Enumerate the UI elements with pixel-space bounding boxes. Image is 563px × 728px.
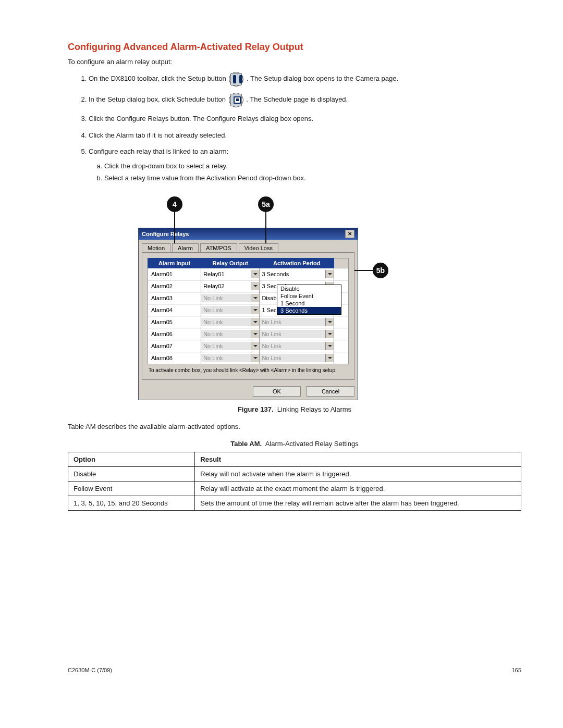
step-5a: Click the drop-down box to select a rela… bbox=[104, 161, 521, 171]
result-cell: Relay will not activate when the alarm i… bbox=[195, 466, 521, 481]
options-header-result: Result bbox=[195, 452, 521, 466]
table-row: Alarm07No LinkNo Link bbox=[148, 340, 349, 352]
alarm-input-cell: Alarm08 bbox=[148, 352, 201, 364]
dropdown-opt-1s[interactable]: 1 Second bbox=[277, 300, 341, 307]
table-row: Alarm05No LinkNo Link bbox=[148, 316, 349, 328]
table-caption: Table AM. Alarm-Activated Relay Settings bbox=[68, 440, 521, 448]
col-activation-period: Activation Period bbox=[260, 258, 334, 268]
step-2: In the Setup dialog box, click Schedule … bbox=[89, 93, 521, 107]
chevron-down-icon bbox=[251, 354, 259, 362]
page-footer: C2630M-C (7/09) 165 bbox=[68, 667, 521, 673]
figure-label: Figure 137. bbox=[238, 405, 274, 413]
step-5-text: Configure each relay that is linked to a… bbox=[89, 147, 228, 155]
activation-period-dropdown[interactable]: Disable Follow Event 1 Second 3 Seconds bbox=[277, 285, 341, 315]
option-cell: Follow Event bbox=[68, 481, 195, 496]
figure-text: Linking Relays to Alarms bbox=[277, 405, 351, 413]
configure-relays-dialog: Configure Relays ✕ Motion Alarm ATM/POS … bbox=[138, 228, 358, 400]
setup-icon-circle bbox=[229, 72, 243, 87]
dropdown-opt-3s[interactable]: 3 Seconds bbox=[277, 307, 341, 314]
tab-atmpos[interactable]: ATM/POS bbox=[200, 243, 237, 252]
tab-videoloss[interactable]: Video Loss bbox=[239, 243, 278, 252]
footer-left: C2630M-C (7/09) bbox=[68, 667, 112, 673]
tabs-row: Motion Alarm ATM/POS Video Loss bbox=[139, 240, 358, 252]
scrollbar-track[interactable] bbox=[334, 352, 349, 364]
close-icon[interactable]: ✕ bbox=[345, 230, 354, 238]
table-label: Table AM. bbox=[230, 440, 262, 448]
alarm-input-cell: Alarm06 bbox=[148, 328, 201, 340]
alarm-input-cell: Alarm02 bbox=[148, 280, 201, 292]
relay-output-cell: No Link bbox=[201, 352, 260, 364]
dropdown-opt-follow[interactable]: Follow Event bbox=[277, 292, 341, 300]
chevron-down-icon bbox=[325, 330, 334, 338]
chevron-down-icon bbox=[325, 270, 334, 278]
scrollbar-track bbox=[334, 316, 349, 328]
alarm-input-cell: Alarm05 bbox=[148, 316, 201, 328]
chevron-down-icon bbox=[251, 330, 259, 338]
alarm-input-cell: Alarm03 bbox=[148, 292, 201, 304]
chevron-down-icon bbox=[325, 318, 334, 326]
scrollbar-track bbox=[334, 340, 349, 352]
options-table: Option Result DisableRelay will not acti… bbox=[68, 452, 521, 511]
result-cell: Relay will activate at the exact moment … bbox=[195, 481, 521, 496]
alarm-input-cell: Alarm04 bbox=[148, 304, 201, 316]
schedule-icon bbox=[230, 94, 242, 106]
dialog-titlebar: Configure Relays ✕ bbox=[139, 228, 358, 240]
option-cell: 1, 3, 5, 10, 15, and 20 Seconds bbox=[68, 496, 195, 510]
table-row: Follow EventRelay will activate at the e… bbox=[68, 481, 521, 496]
dropdown-opt-disable[interactable]: Disable bbox=[277, 285, 341, 292]
activation-period-combo: No Link bbox=[260, 330, 334, 338]
tab-body: Alarm Input Relay Output Activation Peri… bbox=[142, 252, 354, 380]
scrollbar-track[interactable] bbox=[334, 268, 349, 280]
table-intro: Table AM describes the available alarm-a… bbox=[68, 423, 521, 430]
tab-motion[interactable]: Motion bbox=[142, 243, 170, 252]
figure-area: 4 5a 5b Configure Relays ✕ Motion Alarm … bbox=[138, 199, 451, 400]
dialog-hint: To activate combo box, you should link <… bbox=[148, 364, 349, 374]
relay-output-combo: No Link bbox=[201, 318, 259, 326]
setup-icon bbox=[230, 73, 242, 85]
relay-output-combo[interactable]: Relay02 bbox=[201, 282, 259, 290]
chevron-down-icon bbox=[251, 270, 259, 278]
dialog-buttons: OK Cancel bbox=[139, 383, 358, 400]
step-1-text-a: On the DX8100 toolbar, click the Setup b… bbox=[89, 75, 228, 82]
chevron-down-icon bbox=[325, 342, 334, 350]
table-row: Alarm01Relay013 Seconds bbox=[148, 268, 349, 280]
ok-button[interactable]: OK bbox=[253, 386, 301, 397]
activation-period-combo: No Link bbox=[260, 354, 334, 362]
step-4: Click the Alarm tab if it is not already… bbox=[89, 130, 521, 141]
callout-5b: 5b bbox=[373, 263, 388, 278]
cancel-button[interactable]: Cancel bbox=[307, 386, 354, 397]
relay-output-cell: No Link bbox=[201, 316, 260, 328]
chevron-down-icon bbox=[251, 306, 259, 314]
table-row: Alarm08No LinkNo Link bbox=[148, 352, 349, 364]
intro-text: To configure an alarm relay output: bbox=[68, 58, 521, 66]
options-header-option: Option bbox=[68, 452, 195, 466]
relay-output-combo: No Link bbox=[201, 330, 259, 338]
relay-output-cell: No Link bbox=[201, 340, 260, 352]
activation-period-cell: 3 Seconds bbox=[260, 268, 334, 280]
tab-alarm[interactable]: Alarm bbox=[172, 243, 199, 253]
relay-output-combo: No Link bbox=[201, 342, 259, 350]
relay-output-cell: No Link bbox=[201, 328, 260, 340]
callout-4: 4 bbox=[167, 196, 182, 212]
chevron-down-icon bbox=[251, 282, 259, 290]
scrollbar-track bbox=[334, 328, 349, 340]
relay-output-combo[interactable]: Relay01 bbox=[201, 270, 259, 278]
chevron-down-icon bbox=[251, 294, 259, 302]
substeps-list: Click the drop-down box to select a rela… bbox=[89, 161, 521, 183]
step-1-text-b: . The Setup dialog box opens to the Came… bbox=[247, 75, 398, 82]
activation-period-cell: No Link bbox=[260, 316, 334, 328]
relay-output-cell: No Link bbox=[201, 304, 260, 316]
option-cell: Disable bbox=[68, 466, 195, 481]
table-row: 1, 3, 5, 10, 15, and 20 SecondsSets the … bbox=[68, 496, 521, 510]
relay-output-combo: No Link bbox=[201, 294, 259, 302]
steps-list: On the DX8100 toolbar, click the Setup b… bbox=[68, 72, 521, 183]
relay-output-combo: No Link bbox=[201, 354, 259, 362]
chevron-down-icon bbox=[251, 342, 259, 350]
chevron-down-icon bbox=[325, 354, 334, 362]
dialog-title: Configure Relays bbox=[142, 231, 189, 237]
chevron-down-icon bbox=[251, 318, 259, 326]
activation-period-cell: No Link bbox=[260, 352, 334, 364]
relay-output-combo: No Link bbox=[201, 306, 259, 314]
footer-right: 165 bbox=[512, 667, 521, 673]
activation-period-combo[interactable]: 3 Seconds bbox=[260, 270, 334, 278]
